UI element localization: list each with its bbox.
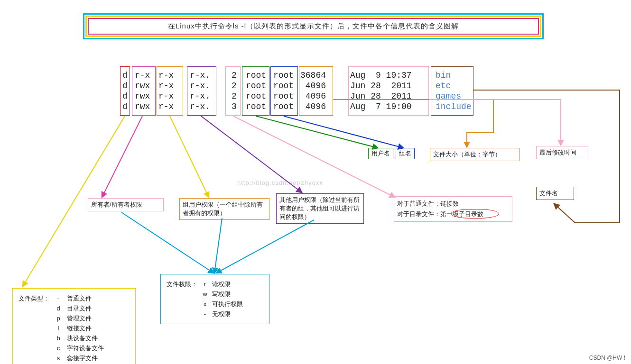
outline-perm-group bbox=[157, 66, 183, 116]
outline-type bbox=[120, 66, 130, 116]
label-mtime: 最后修改时间 bbox=[536, 146, 588, 159]
faint-url: http://blog.csdn.net/zhyoxx bbox=[237, 179, 323, 186]
label-fname: 文件名 bbox=[536, 187, 574, 200]
links-circle-hint bbox=[451, 209, 499, 218]
outline-user bbox=[242, 66, 269, 116]
label-owner-perm: 所有者/所有者权限 bbox=[88, 198, 164, 211]
label-group-perm: 组用户权限（一个组中除所有者拥有的权限） bbox=[179, 198, 269, 220]
outline-mtime bbox=[348, 66, 429, 116]
label-size: 文件大小（单位：字节） bbox=[430, 148, 520, 161]
outline-size bbox=[299, 66, 333, 116]
label-other-perm: 其他用户权限（除过当前有所有者的组，其他组可以进行访问的权限） bbox=[276, 193, 364, 224]
outline-perm-other bbox=[187, 66, 216, 116]
outline-perm-owner bbox=[132, 66, 156, 116]
title-banner: 在Linux中执行命令ls -l（以列表的形式显示文件）后，文件中各个信息代表的… bbox=[83, 13, 544, 39]
outline-group bbox=[270, 66, 298, 116]
label-links: 对于普通文件：链接数 对于目录文件：第一级子目录数 bbox=[394, 196, 512, 222]
label-group: 组名 bbox=[396, 148, 415, 159]
outline-links bbox=[225, 66, 241, 116]
watermark: CSDN @HW ! bbox=[589, 355, 625, 361]
file-type-legend: 文件类型：- 普通文件d 目录文件p 管理文件l 链接文件b 块设备文件c 字符… bbox=[12, 288, 136, 364]
label-user: 用户名 bbox=[368, 148, 393, 159]
outline-fname bbox=[431, 66, 473, 116]
title-text: 在Linux中执行命令ls -l（以列表的形式显示文件）后，文件中各个信息代表的… bbox=[88, 18, 539, 35]
perm-legend: 文件权限：r 读权限w 写权限x 可执行权限- 无权限 bbox=[160, 274, 269, 324]
